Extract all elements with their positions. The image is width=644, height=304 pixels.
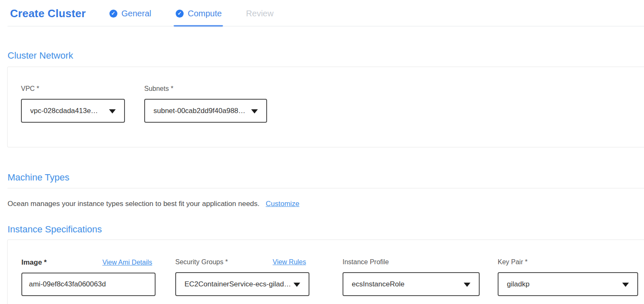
tab-general-label: General	[122, 9, 151, 18]
tab-review[interactable]: Review	[246, 0, 274, 27]
view-ami-details-link[interactable]: View Ami Details	[102, 259, 152, 266]
check-circle-icon: ✓	[176, 10, 184, 18]
key-pair-select[interactable]: giladkp	[498, 272, 638, 296]
tab-general[interactable]: ✓ General	[109, 0, 151, 27]
subnets-field-group: Subnets * subnet-00cab2dd9f40a988…	[144, 85, 267, 147]
caret-down-icon	[109, 109, 116, 113]
vpc-selected-value: vpc-028cdada413e…	[30, 107, 98, 115]
image-input[interactable]	[21, 273, 156, 296]
customize-link[interactable]: Customize	[266, 200, 299, 208]
tab-compute-label: Compute	[188, 9, 222, 18]
machine-types-divider	[8, 188, 644, 188]
caret-down-icon	[464, 283, 470, 287]
security-groups-label: Security Groups *	[175, 258, 228, 266]
caret-down-icon	[251, 109, 258, 113]
view-rules-link[interactable]: View Rules	[273, 258, 306, 266]
wizard-header: Create Cluster ✓ General ✓ Compute Revie…	[0, 0, 644, 27]
security-groups-selected-value: EC2ContainerService-ecs-gilad…	[184, 280, 290, 289]
image-label: Image *	[21, 258, 47, 266]
machine-types-description: Ocean manages your instance types select…	[8, 200, 260, 208]
vpc-label: VPC *	[21, 85, 125, 93]
instance-profile-selected-value: ecsInstanceRole	[352, 280, 405, 289]
machine-types-description-row: Ocean manages your instance types select…	[8, 199, 644, 209]
instance-profile-field-group: Instance Profile ecsInstanceRole	[343, 258, 480, 304]
instance-profile-label: Instance Profile	[343, 258, 480, 266]
instance-specifications-card: Image * View Ami Details Security Groups…	[7, 240, 644, 304]
security-groups-field-group: Security Groups * View Rules EC2Containe…	[175, 258, 309, 304]
subnets-select[interactable]: subnet-00cab2dd9f40a988…	[144, 99, 267, 123]
header-divider	[8, 26, 644, 26]
vpc-field-group: VPC * vpc-028cdada413e…	[21, 85, 125, 147]
key-pair-field-group: Key Pair * giladkp	[498, 258, 638, 304]
subnets-selected-value: subnet-00cab2dd9f40a988…	[153, 107, 245, 115]
instance-profile-select[interactable]: ecsInstanceRole	[343, 272, 480, 296]
check-circle-icon: ✓	[109, 10, 117, 18]
image-field-group: Image * View Ami Details	[21, 258, 156, 304]
vpc-select[interactable]: vpc-028cdada413e…	[21, 99, 125, 123]
tab-review-label: Review	[246, 9, 274, 18]
instance-specifications-heading: Instance Specifications	[8, 224, 644, 234]
wizard-tabs: ✓ General ✓ Compute Review	[109, 0, 274, 27]
caret-down-icon	[622, 283, 629, 287]
key-pair-label: Key Pair *	[498, 258, 638, 266]
subnets-label: Subnets *	[144, 85, 267, 93]
cluster-network-heading: Cluster Network	[8, 51, 644, 61]
tab-compute[interactable]: ✓ Compute	[176, 0, 222, 27]
machine-types-heading: Machine Types	[8, 173, 644, 183]
security-groups-select[interactable]: EC2ContainerService-ecs-gilad…	[175, 272, 309, 296]
image-label-row: Image * View Ami Details	[21, 258, 156, 266]
key-pair-selected-value: giladkp	[507, 280, 530, 289]
cluster-network-card: VPC * vpc-028cdada413e… Subnets * subnet…	[7, 67, 644, 147]
caret-down-icon	[293, 283, 300, 287]
security-groups-label-row: Security Groups * View Rules	[175, 258, 309, 266]
page-title: Create Cluster	[10, 7, 86, 20]
